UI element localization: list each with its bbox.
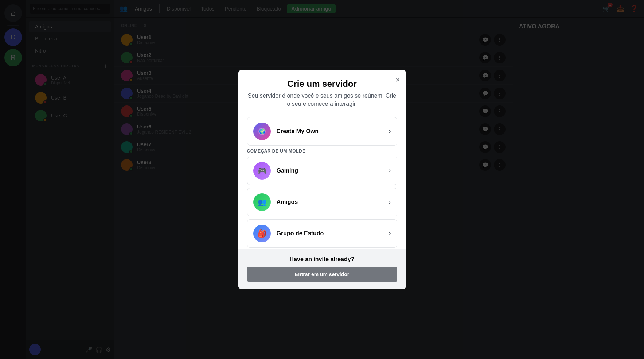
create-own-chevron-icon: › <box>389 127 391 135</box>
create-own-icon: 🌍 <box>253 123 271 140</box>
modal-subtitle: Seu servidor é onde você e seus amigos s… <box>247 92 397 108</box>
modal-header: Crie um servidor Seu servidor é onde voc… <box>238 70 406 111</box>
join-server-button[interactable]: Entrar em um servidor <box>247 267 397 282</box>
study-chevron-icon: › <box>389 229 391 237</box>
modal-body: 🌍 Create My Own › COMEÇAR DE UM MOLDE 🎮 … <box>238 111 406 249</box>
create-own-label: Create My Own <box>277 128 383 135</box>
svg-text:🎮: 🎮 <box>257 166 266 175</box>
modal-close-button[interactable]: × <box>395 76 400 84</box>
study-option-label: Grupo de Estudo <box>277 230 383 237</box>
svg-text:🌍: 🌍 <box>259 128 265 135</box>
modal-title: Crie um servidor <box>247 79 397 89</box>
amigos-option-icon: 👥 <box>253 193 271 211</box>
amigos-option-label: Amigos <box>277 199 383 205</box>
gaming-option-icon: 🎮 <box>253 162 271 180</box>
svg-text:🎒: 🎒 <box>257 229 266 238</box>
amigos-chevron-icon: › <box>389 198 391 206</box>
study-option-icon: 🎒 <box>253 225 271 242</box>
create-own-option[interactable]: 🌍 Create My Own › <box>247 117 397 146</box>
amigos-option[interactable]: 👥 Amigos › <box>247 188 397 216</box>
svg-text:👥: 👥 <box>257 198 266 206</box>
study-option[interactable]: 🎒 Grupo de Estudo › <box>247 219 397 248</box>
create-server-modal: × Crie um servidor Seu servidor é onde v… <box>238 70 406 289</box>
modal-footer: Have an invite already? Entrar em um ser… <box>238 249 406 289</box>
modal-overlay[interactable]: × Crie um servidor Seu servidor é onde v… <box>0 0 644 359</box>
modal-footer-title: Have an invite already? <box>247 256 397 263</box>
template-section-header: COMEÇAR DE UM MOLDE <box>247 148 397 154</box>
gaming-chevron-icon: › <box>389 167 391 174</box>
gaming-option[interactable]: 🎮 Gaming › <box>247 157 397 185</box>
gaming-option-label: Gaming <box>277 167 383 174</box>
